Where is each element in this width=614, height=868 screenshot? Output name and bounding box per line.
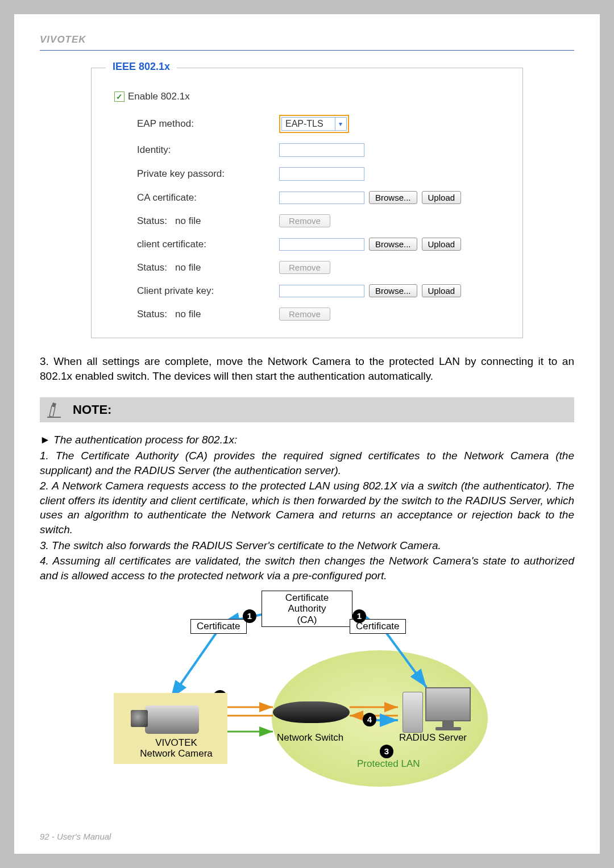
client-cert-status-label: Status:: [137, 262, 167, 273]
private-key-password-label: Private key passord:: [137, 168, 279, 180]
eap-method-label: EAP method:: [137, 118, 279, 130]
enable-8021x-label: Enable 802.1x: [128, 91, 190, 102]
client-pk-status-label: Status:: [137, 309, 167, 319]
note-body: ► The authentication process for 802.1x:…: [40, 433, 574, 583]
client-pk-browse-button[interactable]: Browse...: [369, 284, 417, 297]
enable-8021x-row: ✓ Enable 802.1x: [114, 91, 505, 102]
client-cert-remove-button[interactable]: Remove: [279, 261, 330, 274]
badge-3: 3: [380, 745, 393, 758]
badge-4: 4: [363, 713, 376, 726]
step-3-paragraph: 3. When all settings are complete, move …: [40, 354, 574, 383]
switch-icon: [273, 701, 350, 723]
client-cert-status-value: no file: [175, 262, 201, 273]
ca-cert-status-row: Status: no file Remove: [137, 214, 505, 227]
client-pk-upload-button[interactable]: Upload: [422, 284, 462, 297]
fieldset-legend: IEEE 802.1x: [106, 61, 177, 73]
client-pk-path-input[interactable]: [279, 285, 364, 297]
ca-cert-status-value: no file: [175, 215, 201, 226]
eap-method-row: EAP method: EAP-TLS ▾: [137, 115, 505, 133]
eap-method-highlight: EAP-TLS ▾: [279, 115, 349, 133]
page-footer: 92 - User's Manual: [40, 832, 111, 841]
pencil-icon: [47, 401, 61, 418]
svg-line-5: [171, 633, 216, 699]
ca-cert-path-input[interactable]: [279, 192, 364, 204]
client-cert-row: client certificate: Browse... Upload: [137, 238, 505, 251]
ca-cert-row: CA certificate: Browse... Upload: [137, 191, 505, 204]
client-cert-path-input[interactable]: [279, 238, 364, 251]
private-key-password-input[interactable]: [279, 167, 364, 181]
eap-method-select[interactable]: EAP-TLS ▾: [281, 117, 347, 131]
ca-cert-label: CA certificate:: [137, 192, 279, 203]
client-cert-label: client certificate:: [137, 239, 279, 250]
client-pk-status-row: Status: no file Remove: [137, 308, 505, 321]
identity-label: Identity:: [137, 144, 279, 156]
eap-method-value: EAP-TLS: [282, 119, 335, 129]
client-cert-status-row: Status: no file Remove: [137, 261, 505, 274]
identity-input[interactable]: [279, 143, 364, 157]
client-pk-remove-button[interactable]: Remove: [279, 308, 330, 321]
client-pk-row: Client private key: Browse... Upload: [137, 284, 505, 297]
note-step-4: 4. Assuming all certificates are validat…: [40, 554, 574, 583]
identity-row: Identity:: [137, 143, 505, 157]
note-step-1: 1. The Certificate Authority (CA) provid…: [40, 448, 574, 477]
note-step-3: 3. The switch also forwards the RADIUS S…: [40, 538, 574, 553]
manual-page: VIVOTEK IEEE 802.1x ✓ Enable 802.1x EAP …: [14, 14, 600, 854]
note-intro: ► The authentication process for 802.1x:: [40, 433, 574, 447]
auth-process-diagram: Certificate Authority (CA) Certificate C…: [108, 588, 506, 815]
badge-1-left: 1: [243, 609, 256, 623]
private-key-password-row: Private key passord:: [137, 167, 505, 181]
note-step-2: 2. A Network Camera requests access to t…: [40, 479, 574, 537]
server-label: RADIUS Server: [399, 732, 467, 744]
brand-header: VIVOTEK: [40, 34, 574, 45]
ca-cert-remove-button[interactable]: Remove: [279, 214, 330, 227]
svg-marker-1: [49, 406, 55, 417]
chevron-down-icon: ▾: [335, 118, 346, 130]
client-pk-status-value: no file: [175, 309, 201, 319]
ca-cert-browse-button[interactable]: Browse...: [369, 191, 417, 204]
switch-label: Network Switch: [277, 732, 343, 744]
note-title: NOTE:: [73, 402, 111, 417]
camera-label: VIVOTEK Network Camera: [134, 737, 219, 759]
protected-lan-label: Protected LAN: [357, 758, 420, 770]
client-cert-browse-button[interactable]: Browse...: [369, 238, 417, 251]
client-cert-upload-button[interactable]: Upload: [422, 238, 462, 251]
header-rule: [40, 50, 574, 51]
ca-cert-upload-button[interactable]: Upload: [422, 191, 462, 204]
ca-cert-status-label: Status:: [137, 215, 167, 226]
enable-8021x-checkbox[interactable]: ✓: [114, 92, 125, 102]
ca-box: Certificate Authority (CA): [262, 591, 352, 628]
note-bar: NOTE:: [40, 397, 574, 422]
certificate-left-box: Certificate: [190, 619, 247, 634]
camera-icon: [131, 704, 199, 736]
client-pk-label: Client private key:: [137, 285, 279, 297]
badge-1-right: 1: [352, 609, 366, 623]
ieee-8021x-fieldset: IEEE 802.1x ✓ Enable 802.1x EAP method: …: [91, 68, 523, 338]
